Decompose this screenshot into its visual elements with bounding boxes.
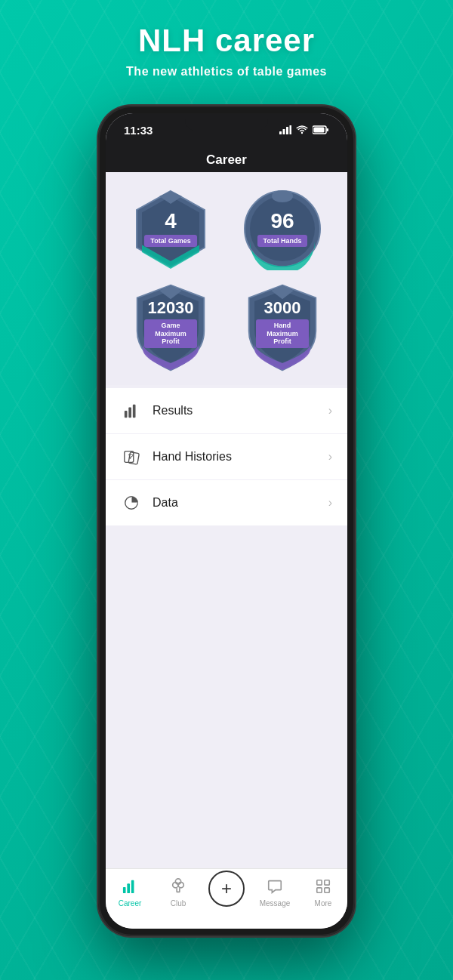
data-chevron: › <box>328 496 332 510</box>
hand-histories-label: Hand Histories <box>153 450 328 464</box>
hand-profit-value: 3000 <box>264 300 301 316</box>
phone-notch <box>185 113 268 131</box>
stat-total-games: 4 Total Games <box>121 187 220 270</box>
svg-rect-16 <box>128 407 131 418</box>
svg-rect-31 <box>317 888 322 892</box>
add-button[interactable]: + <box>208 871 245 907</box>
hand-histories-chevron: › <box>328 450 332 464</box>
hex-badge-games: 4 Total Games <box>129 187 212 270</box>
battery-icon <box>313 125 329 134</box>
svg-rect-30 <box>325 880 329 885</box>
svg-rect-29 <box>317 880 322 885</box>
status-icons <box>279 125 329 134</box>
circle-badge-hands: 96 Total Hands <box>241 187 324 270</box>
svg-rect-0 <box>279 131 282 134</box>
hand-profit-content: 3000 Hand Maximum Profit <box>256 300 309 348</box>
games-value: 4 <box>165 211 177 232</box>
svg-point-4 <box>301 132 303 134</box>
menu-list: Results › Hand <box>106 388 347 525</box>
cards-icon <box>121 446 142 467</box>
more-tab-label: More <box>315 899 332 908</box>
nav-title: Career <box>118 153 335 168</box>
message-tab-label: Message <box>260 899 291 908</box>
svg-rect-23 <box>123 887 126 893</box>
app-subtitle: The new athletics of table games <box>0 65 453 79</box>
signal-icon <box>279 125 291 134</box>
svg-rect-24 <box>127 883 130 893</box>
tab-club[interactable]: Club <box>154 877 202 908</box>
tab-bar: Career Club + <box>106 868 347 929</box>
svg-rect-15 <box>125 411 128 418</box>
hand-profit-label: Hand Maximum Profit <box>256 319 309 348</box>
stat-game-profit: 12030 Game Maximum Profit <box>121 282 220 373</box>
games-label: Total Games <box>144 235 196 247</box>
menu-item-data[interactable]: Data › <box>106 480 347 525</box>
results-label: Results <box>153 404 328 418</box>
phone-screen: 11:33 <box>106 113 347 929</box>
data-label: Data <box>153 496 328 510</box>
screen-body: 4 Total Games <box>106 172 347 929</box>
hands-value: 96 <box>270 211 294 232</box>
svg-rect-3 <box>290 125 292 134</box>
club-tab-icon <box>168 877 188 896</box>
stat-total-hands: 96 Total Hands <box>233 187 332 270</box>
pie-chart-icon <box>121 492 142 513</box>
header-section: NLH career The new athletics of table ga… <box>0 23 453 79</box>
game-profit-label: Game Maximum Profit <box>144 319 197 348</box>
svg-rect-32 <box>325 888 329 892</box>
status-time: 11:33 <box>124 124 153 137</box>
svg-rect-2 <box>286 127 288 134</box>
menu-item-results[interactable]: Results › <box>106 388 347 434</box>
wifi-icon <box>296 125 308 134</box>
career-tab-label: Career <box>119 899 142 908</box>
svg-point-14 <box>272 190 293 202</box>
app-title: NLH career <box>0 23 453 59</box>
club-tab-label: Club <box>171 899 186 908</box>
tab-more[interactable]: More <box>299 877 347 908</box>
tab-add[interactable]: + <box>202 877 251 907</box>
svg-rect-1 <box>283 129 285 134</box>
svg-rect-25 <box>131 880 134 893</box>
hands-label: Total Hands <box>257 235 308 247</box>
menu-item-hand-histories[interactable]: Hand Histories › <box>106 434 347 480</box>
svg-rect-17 <box>133 405 136 418</box>
hands-badge-content: 96 Total Hands <box>257 211 308 247</box>
game-profit-value: 12030 <box>147 300 193 316</box>
games-badge-content: 4 Total Games <box>144 211 196 247</box>
message-tab-icon <box>265 877 285 896</box>
tab-message[interactable]: Message <box>251 877 299 908</box>
nav-bar: Career <box>106 146 347 172</box>
game-profit-content: 12030 Game Maximum Profit <box>144 300 197 348</box>
more-tab-icon <box>313 877 333 896</box>
svg-rect-6 <box>327 128 329 131</box>
phone-mockup: 11:33 <box>98 106 355 936</box>
stats-grid: 4 Total Games <box>106 172 347 385</box>
tab-career[interactable]: Career <box>106 877 154 908</box>
bar-chart-icon <box>121 400 142 421</box>
career-tab-icon <box>120 877 140 896</box>
shield-badge-game-profit: 12030 Game Maximum Profit <box>125 282 216 373</box>
stat-hand-profit: 3000 Hand Maximum Profit <box>233 282 332 373</box>
results-chevron: › <box>328 404 332 418</box>
svg-rect-7 <box>314 128 325 133</box>
shield-badge-hand-profit: 3000 Hand Maximum Profit <box>237 282 328 373</box>
